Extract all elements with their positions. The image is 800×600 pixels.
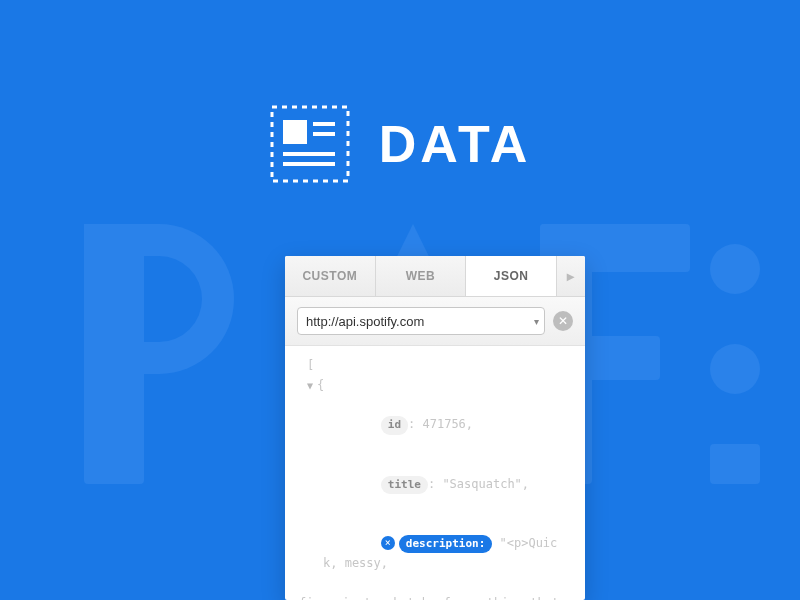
tab-web[interactable]: WEB <box>376 256 467 296</box>
close-icon: ✕ <box>558 314 568 328</box>
svg-rect-1 <box>283 120 307 144</box>
json-value: 471756 <box>423 417 466 431</box>
disclosure-triangle-icon[interactable]: ▼ <box>307 378 313 395</box>
bg-decoration <box>710 344 760 394</box>
data-panel: CUSTOM WEB JSON ▸ ▾ ✕ [ ▼{ id: 471756, t… <box>285 256 585 600</box>
tab-json[interactable]: JSON <box>466 256 557 296</box>
json-value-continued: five minute sketch of something that mig… <box>299 596 566 600</box>
tabs: CUSTOM WEB JSON ▸ <box>285 256 585 297</box>
bg-decoration <box>710 244 760 294</box>
data-populator-icon <box>269 104 351 184</box>
url-row: ▾ ✕ <box>285 297 585 346</box>
tab-custom[interactable]: CUSTOM <box>285 256 376 296</box>
json-key-title[interactable]: title <box>381 476 428 494</box>
clear-url-button[interactable]: ✕ <box>553 311 573 331</box>
header-title: DATA <box>379 114 532 174</box>
bg-decoration <box>84 224 234 374</box>
json-viewer[interactable]: [ ▼{ id: 471756, title: "Sasquatch", ×de… <box>285 346 585 600</box>
json-key-description[interactable]: description: <box>399 535 492 553</box>
url-input[interactable] <box>297 307 545 335</box>
json-value: "Sasquatch" <box>442 477 521 491</box>
json-key-id[interactable]: id <box>381 416 408 434</box>
tabs-next-arrow-icon[interactable]: ▸ <box>557 256 585 296</box>
delete-key-icon[interactable]: × <box>381 536 395 550</box>
bg-decoration <box>710 444 760 484</box>
header: DATA <box>0 104 800 184</box>
stage: DATA CUSTOM WEB JSON ▸ ▾ ✕ [ ▼{ id: 4717… <box>0 0 800 600</box>
url-combobox[interactable]: ▾ <box>297 307 545 335</box>
